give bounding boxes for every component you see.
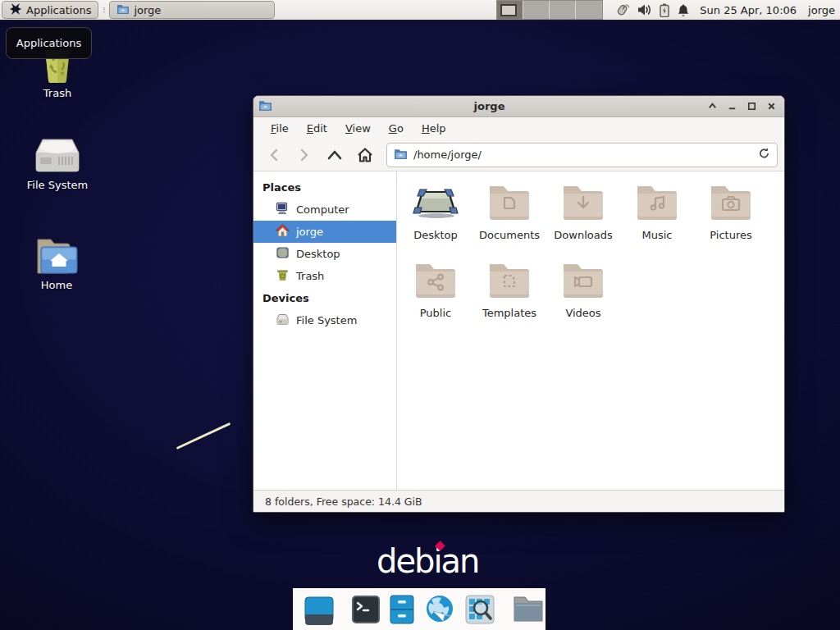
web-browser-icon[interactable] <box>423 593 456 626</box>
sidebar-item-jorge[interactable]: jorge <box>253 221 396 243</box>
sidebar-item-computer[interactable]: Computer <box>253 199 396 221</box>
sidebar: Places Computer jorge Desktop <box>253 171 397 490</box>
file-cabinet-icon[interactable] <box>389 594 415 625</box>
shade-button[interactable] <box>706 100 719 112</box>
home-button[interactable] <box>351 143 378 167</box>
sidebar-item-label: Trash <box>296 270 324 282</box>
show-desktop-icon[interactable] <box>304 594 335 625</box>
file-manager-window: jorge File Edit View Go Help /home/jorge… <box>253 95 785 513</box>
app-finder-icon[interactable] <box>464 594 495 625</box>
workspace-1[interactable] <box>497 1 523 19</box>
menu-help[interactable]: Help <box>414 120 454 137</box>
folder-music-icon <box>635 183 679 225</box>
window-titlebar[interactable]: jorge <box>253 96 784 117</box>
folder-videos-icon <box>561 261 605 303</box>
workspace-switcher[interactable] <box>496 0 603 20</box>
sidebar-item-file-system[interactable]: File System <box>253 309 396 331</box>
folder-public-icon <box>413 261 458 303</box>
desktop-icon <box>276 246 290 262</box>
file-item-downloads[interactable]: Downloads <box>546 178 620 256</box>
toolbar: /home/jorge/ <box>253 139 784 171</box>
workspace-3[interactable] <box>550 1 576 19</box>
reload-icon[interactable] <box>758 147 770 162</box>
debian-logo: debian <box>377 541 478 581</box>
file-item-videos[interactable]: Videos <box>546 256 620 334</box>
folder-pictures-icon <box>709 183 753 225</box>
sidebar-item-desktop[interactable]: Desktop <box>253 243 396 265</box>
file-item-public[interactable]: Public <box>399 256 472 334</box>
desktop-stroke-artifact <box>176 422 231 450</box>
menu-view[interactable]: View <box>338 120 378 137</box>
path-input[interactable]: /home/jorge/ <box>413 148 752 161</box>
statusbar-text: 8 folders, Free space: 14.4 GiB <box>265 495 422 508</box>
folder-documents-icon <box>487 183 532 225</box>
panel-grip-handle[interactable]: ⁝ <box>101 7 107 13</box>
volume-icon[interactable] <box>637 3 652 16</box>
sidebar-item-label: Desktop <box>296 248 340 260</box>
workspace-4[interactable] <box>576 1 602 19</box>
file-manager-icon[interactable] <box>512 595 545 624</box>
top-panel: Applications ⁝ jorge Sun 25 Apr, 10:06 j… <box>0 0 840 21</box>
file-item-label: Downloads <box>554 229 612 241</box>
battery-icon[interactable] <box>660 3 669 17</box>
folder-downloads-icon <box>561 183 605 225</box>
tooltip-text: Applications <box>16 37 81 49</box>
desktop-icon-home[interactable]: Home <box>17 236 96 291</box>
minimize-button[interactable] <box>726 100 738 112</box>
workspace-2[interactable] <box>523 1 550 19</box>
file-item-pictures[interactable]: Pictures <box>694 178 768 256</box>
file-item-templates[interactable]: Templates <box>472 256 546 334</box>
menu-go[interactable]: Go <box>381 120 411 137</box>
taskbar-window-label: jorge <box>134 4 161 16</box>
menubar: File Edit View Go Help <box>253 117 784 139</box>
desktop-icon <box>412 183 459 225</box>
desktop-icon-label: Home <box>17 279 96 291</box>
up-button[interactable] <box>321 143 348 167</box>
file-item-desktop[interactable]: Desktop <box>399 178 472 256</box>
trash-icon <box>276 268 290 284</box>
folder-icon <box>116 3 130 17</box>
sidebar-item-label: File System <box>296 314 357 326</box>
debian-logo-text: debian <box>377 542 478 580</box>
path-folder-icon <box>394 148 408 162</box>
close-button[interactable] <box>765 100 778 112</box>
desktop-icon-label: File System <box>18 179 97 191</box>
harddrive-icon <box>276 313 290 328</box>
desktop-icon-file-system[interactable]: File System <box>18 138 97 191</box>
menu-edit[interactable]: Edit <box>299 120 335 137</box>
file-item-label: Music <box>642 229 673 241</box>
sidebar-item-trash[interactable]: Trash <box>253 265 396 287</box>
applications-tooltip: Applications <box>6 27 92 59</box>
file-item-label: Public <box>420 307 451 319</box>
forward-button[interactable] <box>290 143 317 167</box>
window-folder-icon <box>258 99 272 114</box>
file-item-label: Pictures <box>710 229 751 241</box>
file-item-music[interactable]: Music <box>620 178 694 256</box>
sidebar-header-places: Places <box>253 176 396 199</box>
file-item-label: Documents <box>479 229 540 241</box>
home-icon <box>276 224 290 240</box>
panel-clock[interactable]: Sun 25 Apr, 10:06 <box>700 4 797 16</box>
system-tray <box>614 3 690 17</box>
folder-templates-icon <box>487 261 532 303</box>
window-title: jorge <box>272 100 706 112</box>
file-item-documents[interactable]: Documents <box>472 178 546 256</box>
xfce-logo-icon <box>9 2 22 18</box>
sidebar-item-label: jorge <box>296 226 323 238</box>
file-item-label: Templates <box>482 307 536 319</box>
taskbar-window-button[interactable]: jorge <box>109 1 275 19</box>
statusbar: 8 folders, Free space: 14.4 GiB <box>253 490 784 512</box>
file-item-label: Videos <box>565 307 600 319</box>
sidebar-item-label: Computer <box>296 203 349 216</box>
location-bar[interactable]: /home/jorge/ <box>386 143 778 167</box>
maximize-button[interactable] <box>746 100 758 112</box>
panel-user-label[interactable]: jorge <box>808 4 835 16</box>
terminal-icon[interactable] <box>351 595 381 624</box>
bell-icon[interactable] <box>677 3 690 17</box>
menu-file[interactable]: File <box>263 120 296 137</box>
mouse-icon[interactable] <box>614 3 630 17</box>
applications-menu-button[interactable]: Applications <box>2 1 98 19</box>
sidebar-header-devices: Devices <box>253 287 396 309</box>
workspace-window-thumb <box>500 4 517 16</box>
back-button[interactable] <box>260 143 287 167</box>
